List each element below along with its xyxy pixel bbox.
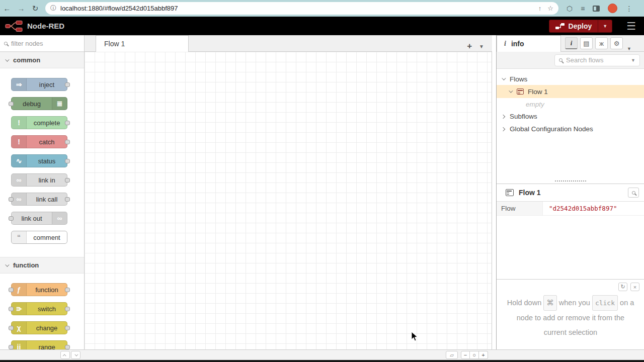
palette-node-switch[interactable]: ⋔switch <box>11 302 67 315</box>
chevron-right-icon[interactable] <box>501 114 505 118</box>
deploy-main[interactable]: Deploy <box>549 20 598 32</box>
node-output-port[interactable] <box>65 82 70 87</box>
node-output-port[interactable] <box>65 178 70 183</box>
url-text[interactable]: localhost:1880/#flow/d2542d015abbf897 <box>60 5 532 12</box>
palette-node-catch[interactable]: !catch <box>11 135 67 148</box>
palette-filter-input[interactable] <box>11 40 71 47</box>
tree-item-global-config[interactable]: Global Configuration Nodes <box>497 123 644 135</box>
change-icon: χ <box>12 322 27 334</box>
details-row-flow: Flow "d2542d015abbf897" <box>497 202 644 216</box>
node-output-port[interactable] <box>65 326 70 330</box>
subflows-label: Subflows <box>510 113 537 120</box>
deploy-label: Deploy <box>569 22 592 30</box>
bookmark-star-icon[interactable]: ☆ <box>547 5 553 12</box>
palette-node-function[interactable]: ƒfunction <box>11 283 67 296</box>
node-output-port[interactable] <box>65 140 70 144</box>
sidebar-help-button[interactable]: ▤ <box>580 37 593 49</box>
sidebar-debug-button[interactable]: ж <box>595 37 608 49</box>
node-input-port[interactable] <box>9 102 14 106</box>
profile-avatar[interactable] <box>608 4 617 13</box>
sidebar-config-gear-button[interactable]: ⚙ <box>610 37 623 49</box>
palette-node-label: debug <box>12 98 52 110</box>
category-label: function <box>13 261 39 269</box>
function-icon: ƒ <box>12 284 27 296</box>
node-input-port[interactable] <box>9 307 14 311</box>
info-sidebar: i info i ▤ ж ⚙ ▼ ▼ Flows Flow 1 empty <box>496 35 644 349</box>
extensions-puzzle-icon[interactable]: ⬡ <box>567 5 573 13</box>
node-input-port[interactable] <box>9 326 14 330</box>
palette-node-status[interactable]: ∿status <box>11 154 67 167</box>
deploy-button[interactable]: Deploy ▼ <box>549 20 613 33</box>
palette-node-inject[interactable]: ⇒inject <box>11 78 67 91</box>
node-input-port[interactable] <box>9 288 14 292</box>
side-panel-icon[interactable] <box>593 6 600 12</box>
add-flow-button[interactable]: + <box>467 41 472 51</box>
node-input-port[interactable] <box>9 345 14 349</box>
tree-item-flows[interactable]: Flows <box>497 73 644 85</box>
browser-chrome: ← → ↻ ⓘ localhost:1880/#flow/d2542d015ab… <box>0 0 644 17</box>
reading-list-icon[interactable]: ≡ <box>581 5 585 13</box>
flow-list-chevron-icon[interactable]: ▼ <box>479 44 484 49</box>
tree-item-flow1[interactable]: Flow 1 <box>497 85 644 98</box>
palette-node-change[interactable]: χchange <box>11 321 67 334</box>
details-search-button[interactable] <box>628 188 639 198</box>
tab-flow1[interactable]: Flow 1 <box>96 35 189 52</box>
tree-item-empty: empty <box>497 98 644 110</box>
palette-node-label: complete <box>27 117 67 129</box>
deploy-options-button[interactable]: ▼ <box>598 20 612 32</box>
browser-forward-button[interactable]: → <box>14 4 28 13</box>
sidebar-info-tab-button[interactable]: i <box>565 37 578 49</box>
chevron-right-icon[interactable] <box>501 127 505 131</box>
browser-menu-icon[interactable]: ⋮ <box>625 5 632 13</box>
zoom-out-button[interactable]: − <box>461 351 470 359</box>
node-output-port[interactable] <box>65 345 70 349</box>
search-options-chevron-icon[interactable]: ▼ <box>631 58 635 63</box>
tips-refresh-button[interactable]: ↻ <box>618 283 627 291</box>
sidebar-more-chevron-icon[interactable]: ▼ <box>627 46 631 51</box>
palette-node-link-call[interactable]: ∞link call <box>11 193 67 206</box>
tab-info[interactable]: i info <box>497 35 561 52</box>
browser-back-button[interactable]: ← <box>0 4 14 13</box>
palette-node-comment[interactable]: “comment <box>11 231 67 244</box>
node-output-port[interactable] <box>65 307 70 311</box>
chevron-down-icon[interactable] <box>509 88 513 93</box>
search-flows-input[interactable] <box>566 56 621 64</box>
flow-canvas[interactable] <box>85 52 492 349</box>
search-flows-box[interactable]: ▼ <box>554 54 640 66</box>
palette-category-common[interactable]: common <box>0 52 84 68</box>
palette-node-complete[interactable]: !complete <box>11 116 67 129</box>
browser-reload-button[interactable]: ↻ <box>28 4 42 13</box>
app-title: Node-RED <box>27 22 549 30</box>
tips-close-button[interactable]: × <box>630 283 639 291</box>
palette-scroll-up-button[interactable] <box>60 351 70 359</box>
link-out-icon: ∞ <box>52 212 67 224</box>
node-input-port[interactable] <box>9 197 14 202</box>
palette-node-range[interactable]: iirange <box>11 340 67 349</box>
navigator-toggle-button[interactable]: ▱ <box>446 351 458 359</box>
zoom-in-button[interactable]: + <box>479 351 488 359</box>
zoom-reset-button[interactable]: ○ <box>470 351 479 359</box>
sidebar-resize-handle[interactable] <box>493 35 496 349</box>
node-output-port[interactable] <box>65 197 70 202</box>
node-output-port[interactable] <box>65 121 70 125</box>
flow-id-value[interactable]: "d2542d015abbf897" <box>543 202 644 215</box>
flows-tree: Flows Flow 1 empty Subflows Global Confi… <box>497 69 644 135</box>
comment-icon: “ <box>12 231 27 243</box>
node-output-port[interactable] <box>65 159 70 163</box>
site-info-icon[interactable]: ⓘ <box>50 4 56 13</box>
main-menu-icon[interactable]: ☰ <box>626 21 636 31</box>
catch-icon: ! <box>12 136 27 148</box>
share-icon[interactable]: ↑ <box>538 5 542 12</box>
palette-node-link-out[interactable]: link out∞ <box>11 212 67 225</box>
palette-scroll-down-button[interactable] <box>71 351 80 359</box>
tree-item-subflows[interactable]: Subflows <box>497 110 644 123</box>
palette-node-link-in[interactable]: ∞link in <box>11 173 67 187</box>
palette-category-function[interactable]: function <box>0 257 84 274</box>
workspace-tabbar: Flow 1 + ▼ <box>85 35 492 52</box>
palette-node-debug[interactable]: debug≣ <box>11 97 67 110</box>
details-resize-handle[interactable] <box>497 178 644 184</box>
node-output-port[interactable] <box>65 288 70 292</box>
address-bar[interactable]: ⓘ localhost:1880/#flow/d2542d015abbf897 … <box>45 2 558 15</box>
chevron-down-icon[interactable] <box>502 76 506 80</box>
node-input-port[interactable] <box>9 216 14 221</box>
